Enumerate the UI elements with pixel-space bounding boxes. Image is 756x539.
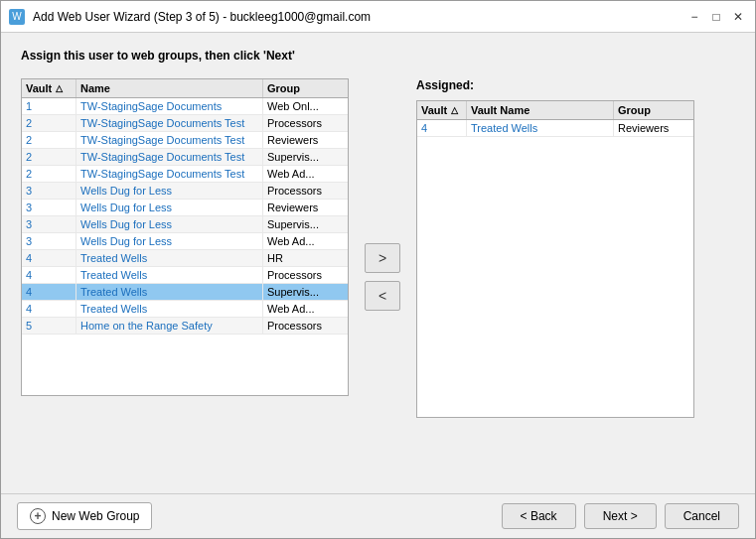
window-icon: W [9, 9, 25, 25]
cell-name: Treated Wells [76, 250, 263, 266]
cancel-button[interactable]: Cancel [665, 503, 739, 529]
table-row[interactable]: 4 Treated Wells Web Ad... [22, 301, 348, 318]
table-row[interactable]: 1 TW-StagingSage Documents Web Onl... [22, 98, 348, 115]
cell-group: Supervis... [263, 216, 348, 232]
title-bar: W Add Web User Wizard (Step 3 of 5) - bu… [1, 1, 755, 33]
cell-name: Treated Wells [76, 267, 263, 283]
window-controls: − □ ✕ [685, 8, 747, 26]
bottom-bar: + New Web Group < Back Next > Cancel [1, 493, 755, 538]
cell-name: Wells Dug for Less [76, 233, 263, 249]
cell-name: Home on the Range Safety [76, 318, 263, 334]
cell-group: Processors [263, 267, 348, 283]
minimize-button[interactable]: − [685, 8, 703, 26]
left-table-header: Vault △ Name Group [22, 79, 348, 98]
cell-group: Web Ad... [263, 301, 348, 317]
nav-buttons: < Back Next > Cancel [502, 503, 739, 529]
cell-group: HR [263, 250, 348, 266]
cell-name: Wells Dug for Less [76, 183, 263, 199]
table-row[interactable]: 4 Treated Wells Supervis... [22, 284, 348, 301]
content-area: Assign this user to web groups, then cli… [1, 33, 755, 493]
table-row[interactable]: 4 Treated Wells HR [22, 250, 348, 267]
maximize-button[interactable]: □ [707, 8, 725, 26]
right-table-body: 4 Treated Wells Reviewers [417, 120, 693, 417]
table-row[interactable]: 2 TW-StagingSage Documents Test Processo… [22, 115, 348, 132]
cell-vault: 5 [22, 318, 76, 334]
cell-name: Treated Wells [76, 301, 263, 317]
transfer-controls: > < [349, 118, 416, 436]
header-vault: Vault △ [22, 79, 76, 97]
cell-group: Processors [263, 183, 348, 199]
cell-group: Supervis... [263, 284, 348, 300]
close-button[interactable]: ✕ [729, 8, 747, 26]
cell-vault: 4 [22, 250, 76, 266]
cell-vault: 3 [22, 216, 76, 232]
cell-vault: 1 [22, 98, 76, 114]
window-title: Add Web User Wizard (Step 3 of 5) - buck… [33, 10, 678, 24]
table-row[interactable]: 2 TW-StagingSage Documents Test Web Ad..… [22, 166, 348, 183]
cell-name: TW-StagingSage Documents [76, 98, 263, 114]
remove-button[interactable]: < [365, 281, 400, 311]
table-row[interactable]: 4 Treated Wells Reviewers [417, 120, 693, 137]
sort-icon: △ [56, 83, 63, 93]
cell-group: Processors [263, 318, 348, 334]
assigned-label: Assigned: [416, 78, 694, 92]
table-row[interactable]: 4 Treated Wells Processors [22, 267, 348, 284]
cell-vault: 2 [22, 166, 76, 182]
right-header-group: Group [614, 101, 693, 119]
table-row[interactable]: 3 Wells Dug for Less Supervis... [22, 216, 348, 233]
add-circle-icon: + [30, 508, 46, 524]
cell-group: Reviewers [614, 120, 693, 136]
cell-name: TW-StagingSage Documents Test [76, 149, 263, 165]
cell-vaultname: Treated Wells [467, 120, 614, 136]
left-panel: Vault △ Name Group 1 TW-StagingSage Docu… [21, 78, 349, 396]
cell-vault: 4 [22, 301, 76, 317]
cell-group: Processors [263, 115, 348, 131]
table-row[interactable]: 3 Wells Dug for Less Web Ad... [22, 233, 348, 250]
cell-name: TW-StagingSage Documents Test [76, 115, 263, 131]
cell-group: Web Ad... [263, 166, 348, 182]
cell-group: Web Onl... [263, 98, 348, 114]
cell-name: TW-StagingSage Documents Test [76, 132, 263, 148]
cell-vault: 4 [417, 120, 467, 136]
next-button[interactable]: Next > [584, 503, 657, 529]
new-group-label: New Web Group [52, 509, 139, 523]
left-table-body: 1 TW-StagingSage Documents Web Onl... 2 … [22, 98, 348, 395]
cell-vault: 4 [22, 284, 76, 300]
add-button[interactable]: > [365, 243, 400, 273]
instructions-label: Assign this user to web groups, then cli… [21, 49, 735, 63]
new-web-group-button[interactable]: + New Web Group [17, 502, 152, 530]
cell-group: Reviewers [263, 200, 348, 215]
cell-vault: 2 [22, 115, 76, 131]
cell-group: Reviewers [263, 132, 348, 148]
cell-group: Web Ad... [263, 233, 348, 249]
cell-name: Wells Dug for Less [76, 200, 263, 215]
cell-vault: 2 [22, 132, 76, 148]
table-row[interactable]: 5 Home on the Range Safety Processors [22, 318, 348, 335]
table-row[interactable]: 2 TW-StagingSage Documents Test Reviewer… [22, 132, 348, 149]
cell-name: Wells Dug for Less [76, 216, 263, 232]
cell-vault: 3 [22, 200, 76, 215]
right-table-header: Vault △ Vault Name Group [417, 101, 693, 120]
main-area: Vault △ Name Group 1 TW-StagingSage Docu… [21, 78, 735, 477]
header-name: Name [76, 79, 263, 97]
left-table: Vault △ Name Group 1 TW-StagingSage Docu… [21, 78, 349, 396]
main-window: W Add Web User Wizard (Step 3 of 5) - bu… [0, 0, 756, 539]
table-row[interactable]: 3 Wells Dug for Less Processors [22, 183, 348, 200]
right-panel: Assigned: Vault △ Vault Name Group [416, 78, 694, 418]
cell-vault: 3 [22, 233, 76, 249]
cell-vault: 4 [22, 267, 76, 283]
cell-vault: 2 [22, 149, 76, 165]
right-header-vault: Vault △ [417, 101, 467, 119]
table-row[interactable]: 3 Wells Dug for Less Reviewers [22, 200, 348, 216]
cell-group: Supervis... [263, 149, 348, 165]
table-row[interactable]: 2 TW-StagingSage Documents Test Supervis… [22, 149, 348, 166]
cell-name: Treated Wells [76, 284, 263, 300]
right-header-vaultname: Vault Name [467, 101, 614, 119]
right-sort-icon: △ [451, 105, 458, 115]
right-table: Vault △ Vault Name Group 4 Treated Wells… [416, 100, 694, 418]
back-button[interactable]: < Back [502, 503, 576, 529]
cell-name: TW-StagingSage Documents Test [76, 166, 263, 182]
cell-vault: 3 [22, 183, 76, 199]
header-group: Group [263, 79, 348, 97]
